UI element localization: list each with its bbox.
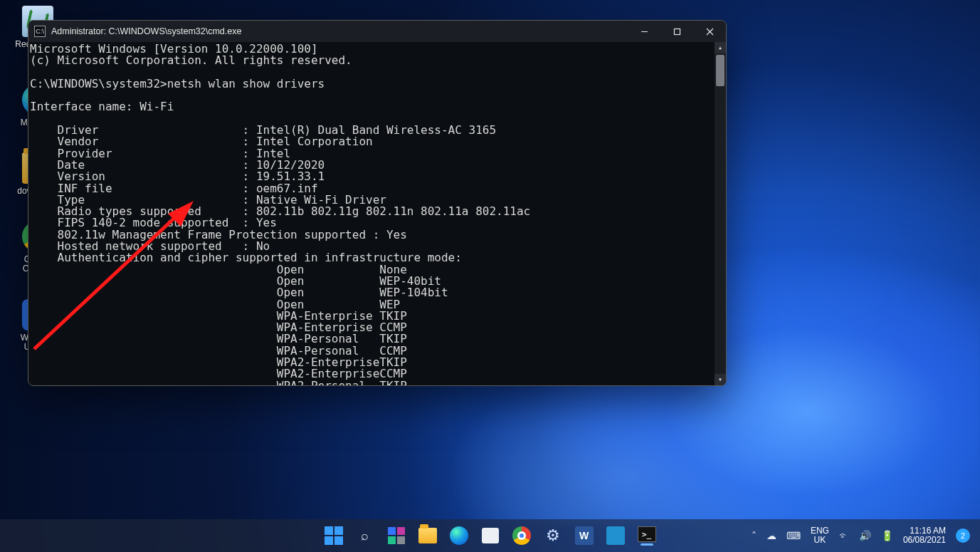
settings-button[interactable]: ⚙ xyxy=(539,522,567,549)
start-icon xyxy=(325,526,343,545)
cmd-window[interactable]: C:\ Administrator: C:\WINDOWS\system32\c… xyxy=(28,20,727,386)
wifi-icon[interactable]: ᯤ xyxy=(839,530,849,541)
edge-button[interactable] xyxy=(446,522,473,549)
notification-count: 2 xyxy=(961,531,965,540)
taskbar-center: ⌕ ⚙ W xyxy=(320,522,660,549)
store-button[interactable] xyxy=(477,522,504,549)
start-button[interactable] xyxy=(320,522,347,549)
system-tray[interactable]: ˄ ☁ ⌨ ENG UK ᯤ 🔊 🔋 11:16 AM 06/08/2021 2 xyxy=(752,526,980,545)
task-view-icon xyxy=(388,527,405,544)
minimize-button[interactable] xyxy=(628,21,660,42)
store-icon xyxy=(482,528,499,543)
scroll-up-button[interactable]: ▴ xyxy=(715,42,726,53)
scrollbar[interactable]: ▴ ▾ xyxy=(715,42,726,385)
gear-icon: ⚙ xyxy=(546,526,560,545)
scroll-thumb[interactable] xyxy=(716,55,725,86)
task-view-button[interactable] xyxy=(383,522,410,549)
search-icon: ⌕ xyxy=(361,528,369,543)
console-output[interactable]: Microsoft Windows [Version 10.0.22000.10… xyxy=(28,42,726,385)
file-explorer-icon xyxy=(418,528,437,543)
chrome-button[interactable] xyxy=(508,522,535,549)
volume-icon[interactable]: 🔊 xyxy=(859,530,871,541)
cmd-icon xyxy=(638,526,656,542)
battery-icon[interactable]: 🔋 xyxy=(881,530,893,541)
desktop[interactable]: Recycle Bin Microsoft Edge downloads Goo… xyxy=(0,0,980,552)
active-indicator xyxy=(641,543,653,546)
cmd-titlebar-icon: C:\ xyxy=(34,26,46,37)
word-button[interactable]: W xyxy=(571,522,598,549)
tips-button[interactable] xyxy=(602,522,629,549)
language-button[interactable]: ENG UK xyxy=(811,526,829,544)
window-title: Administrator: C:\WINDOWS\system32\cmd.e… xyxy=(51,26,241,36)
file-explorer-button[interactable] xyxy=(414,522,441,549)
tray-overflow-button[interactable]: ˄ xyxy=(752,530,757,541)
onedrive-icon[interactable]: ☁ xyxy=(766,530,776,541)
close-button[interactable] xyxy=(693,21,726,42)
touch-keyboard-icon[interactable]: ⌨ xyxy=(786,530,801,541)
svg-rect-0 xyxy=(674,28,680,34)
taskbar[interactable]: ⌕ ⚙ W ˄ ☁ ⌨ ENG UK ᯤ 🔊 🔋 11:16 AM 06/0 xyxy=(0,519,980,552)
tips-icon xyxy=(606,526,625,545)
clock-button[interactable]: 11:16 AM 06/08/2021 xyxy=(903,526,946,545)
chrome-icon xyxy=(512,526,531,545)
edge-icon xyxy=(450,526,468,545)
word-icon: W xyxy=(575,526,594,545)
maximize-button[interactable] xyxy=(660,21,693,42)
lang-bottom: UK xyxy=(811,536,829,545)
notification-center-button[interactable]: 2 xyxy=(956,528,970,543)
cmd-taskbar-button[interactable] xyxy=(633,522,660,549)
scroll-down-button[interactable]: ▾ xyxy=(715,374,726,385)
clock-date: 06/08/2021 xyxy=(903,536,946,545)
titlebar[interactable]: C:\ Administrator: C:\WINDOWS\system32\c… xyxy=(28,21,726,42)
search-button[interactable]: ⌕ xyxy=(352,522,379,549)
